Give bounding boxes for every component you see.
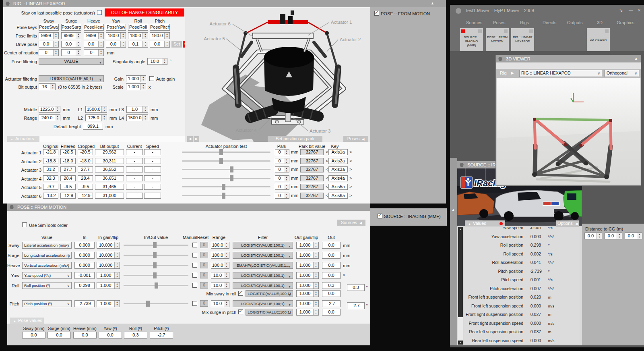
mix-filter-select[interactable]: LOGISTIC(VALUE;100;1) bbox=[246, 309, 293, 316]
spinner-buttons[interactable] bbox=[617, 233, 622, 239]
spinner-buttons[interactable] bbox=[224, 282, 229, 289]
slider-thumb[interactable] bbox=[153, 242, 157, 248]
slider-thumb[interactable] bbox=[219, 149, 223, 155]
slider-thumb[interactable] bbox=[153, 272, 157, 278]
park-spinner[interactable]: 0 bbox=[275, 175, 289, 181]
bit-output-spinner[interactable]: 16 bbox=[39, 83, 56, 90]
center-spinner[interactable]: 0 bbox=[61, 49, 81, 56]
pose-title-bar[interactable]: POSE :: FROM MOTION bbox=[7, 204, 370, 211]
spinner-buttons[interactable] bbox=[53, 41, 58, 47]
drive-pose-spinner[interactable]: 0.0 bbox=[39, 41, 59, 48]
reset-button[interactable]: 0 bbox=[200, 242, 208, 248]
distance-cg-y[interactable]: 0.0 bbox=[605, 233, 622, 239]
range-spinner[interactable]: 10.0 bbox=[211, 300, 229, 307]
menu-tab[interactable]: Outputs bbox=[567, 20, 583, 25]
menu-tab[interactable]: Graphics bbox=[617, 20, 634, 25]
key-input[interactable]: Axis2a bbox=[328, 158, 348, 164]
spinner-buttons[interactable] bbox=[120, 41, 126, 47]
motion-value-select[interactable]: Pitch position (º) bbox=[22, 300, 72, 307]
slider-thumb[interactable] bbox=[219, 158, 223, 164]
slider-thumb[interactable] bbox=[153, 262, 157, 268]
pose-limit-spinner[interactable]: 180.0 bbox=[106, 32, 126, 39]
spinner-buttons[interactable] bbox=[76, 33, 81, 39]
park-spinner[interactable]: 0 bbox=[275, 158, 289, 164]
spinner-buttons[interactable] bbox=[114, 252, 120, 258]
spinner-buttons[interactable] bbox=[313, 282, 318, 289]
values-tab[interactable]: ▲Values bbox=[465, 220, 505, 226]
spinner-buttons[interactable] bbox=[224, 252, 229, 258]
park-spinner[interactable]: 0 bbox=[275, 184, 289, 190]
pose-key-input[interactable]: PoseRoll bbox=[128, 24, 148, 31]
minimize-icon[interactable]: — bbox=[629, 8, 633, 12]
rig-title-bar[interactable]: RIG :: LINEAR HEXAPOD bbox=[3, 0, 446, 7]
motion-in-gain-spinner[interactable]: 10.000 bbox=[97, 242, 120, 249]
spinner-buttons[interactable] bbox=[101, 106, 107, 112]
mix-out-gain-spinner[interactable]: 1.000 bbox=[296, 309, 319, 316]
spinner-buttons[interactable] bbox=[142, 115, 148, 121]
restore-icon[interactable]: ↘ bbox=[619, 8, 623, 13]
motion-value-select[interactable]: Yaw speed (º/s) bbox=[22, 272, 72, 279]
key-next-icon[interactable]: > bbox=[349, 150, 352, 154]
stay-on-last-pose-checkbox[interactable] bbox=[97, 10, 102, 15]
slider-thumb[interactable] bbox=[222, 184, 225, 190]
key-input[interactable]: Axis3a bbox=[328, 166, 348, 172]
mix-filter-select[interactable]: LOGISTIC(VALUE;100;1) bbox=[246, 290, 293, 297]
spinner-buttons[interactable] bbox=[284, 184, 289, 189]
motion-value-select[interactable]: Lateral acceleration (m/s²) bbox=[22, 242, 72, 249]
park-spinner[interactable]: 0 bbox=[275, 193, 289, 199]
values-scrollbar[interactable]: ▲ ▼ bbox=[458, 227, 463, 345]
set-position-as-park-button[interactable]: Set position as park bbox=[268, 136, 322, 142]
slider-thumb[interactable] bbox=[230, 175, 233, 181]
actuator-test-slider[interactable] bbox=[182, 175, 270, 181]
motion-in-gain-spinner[interactable]: 10.000 bbox=[97, 252, 120, 259]
spinner-buttons[interactable] bbox=[224, 301, 229, 307]
pose-key-input[interactable]: PoseYaw bbox=[106, 24, 126, 31]
motion-in-gain-spinner[interactable]: 1.000 bbox=[97, 272, 120, 279]
pose-key-input[interactable]: PoseSway bbox=[39, 24, 59, 31]
slider-thumb[interactable] bbox=[146, 301, 150, 307]
actuator-filtering-select[interactable]: LOGISTIC(VALUE;50;1) bbox=[39, 75, 104, 82]
manual-checkbox[interactable] bbox=[192, 263, 197, 268]
spinner-buttons[interactable] bbox=[55, 115, 60, 121]
spinner-buttons[interactable] bbox=[142, 41, 148, 47]
motion-inout-slider[interactable] bbox=[124, 282, 188, 289]
source-iracing-checkbox[interactable] bbox=[378, 214, 382, 218]
mix-out-gain-spinner[interactable]: 1.000 bbox=[296, 290, 319, 297]
pose-limit-spinner[interactable]: 9999 bbox=[84, 32, 104, 39]
range-spinner[interactable]: 10.0 bbox=[211, 272, 229, 279]
range-spinner[interactable]: 240.0 bbox=[39, 114, 60, 121]
spinner-buttons[interactable] bbox=[114, 242, 120, 248]
distance-cg-x[interactable]: 0.0 bbox=[584, 233, 602, 239]
spinner-buttons[interactable] bbox=[313, 309, 318, 315]
reset-button[interactable]: 0 bbox=[200, 272, 208, 278]
tile-3d-viewer[interactable]: 3D VIEWER bbox=[587, 28, 610, 51]
motion-in-gain-spinner[interactable]: 1.000 bbox=[97, 300, 120, 307]
spinner-buttons[interactable] bbox=[164, 41, 169, 47]
reset-button[interactable]: 0 bbox=[200, 252, 208, 258]
viewer-rig-select[interactable]: RIG :: LINEAR HEXAPOD bbox=[519, 70, 602, 77]
spinner-buttons[interactable] bbox=[50, 84, 55, 90]
range-spinner[interactable]: 100.0 bbox=[211, 262, 229, 269]
range-spinner[interactable]: 100.0 bbox=[211, 252, 229, 259]
reset-button[interactable]: 0 bbox=[200, 300, 208, 307]
center-spinner[interactable]: 0 bbox=[39, 49, 59, 56]
pose-values-tab[interactable]: ▲Pose values bbox=[10, 318, 44, 324]
pose-key-input[interactable]: PoseHeave bbox=[84, 24, 104, 31]
gain-spinner[interactable]: 1.000 bbox=[126, 75, 146, 82]
use-simtools-order-checkbox[interactable] bbox=[22, 222, 27, 227]
key-input[interactable]: Axis6a bbox=[328, 193, 348, 199]
filter-select[interactable]: LOGISTIC(VALUE;100;1) bbox=[233, 272, 293, 279]
l4-spinner[interactable]: 1500.0 bbox=[126, 114, 148, 121]
spinner-buttons[interactable] bbox=[114, 282, 120, 289]
drive-pose-spinner[interactable]: 0.0 bbox=[150, 41, 170, 48]
spinner-buttons[interactable] bbox=[313, 272, 318, 278]
spinner-buttons[interactable] bbox=[224, 242, 229, 248]
collapse-icon[interactable]: ▲ bbox=[634, 56, 638, 60]
manual-checkbox[interactable] bbox=[192, 283, 197, 288]
spinner-buttons[interactable] bbox=[164, 33, 169, 39]
slider-track[interactable] bbox=[182, 178, 270, 179]
spinner-buttons[interactable] bbox=[142, 33, 148, 39]
sources-flyout-button[interactable]: Sources bbox=[337, 220, 365, 226]
drive-pose-spinner[interactable]: 0.0 bbox=[84, 41, 104, 48]
out-gain-spinner[interactable]: 1.000 bbox=[296, 252, 319, 259]
